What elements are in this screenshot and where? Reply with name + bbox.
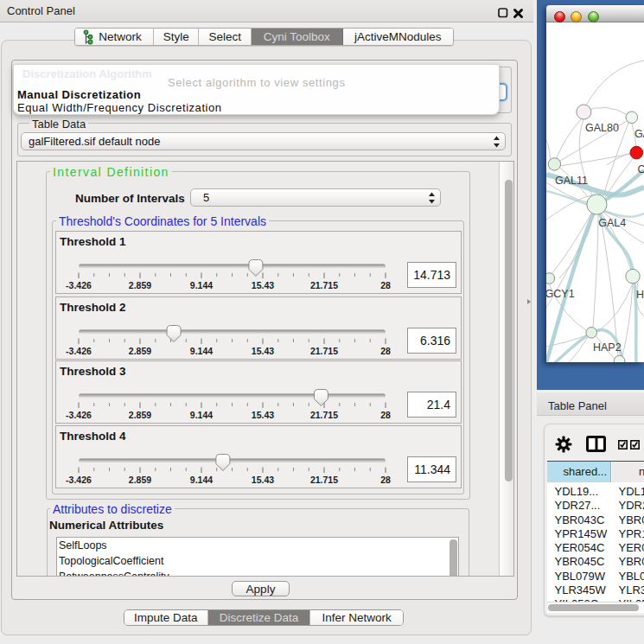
svg-text:9.144: 9.144 [190, 280, 213, 290]
svg-text:-3.426: -3.426 [66, 475, 92, 485]
svg-text:H: H [636, 289, 644, 301]
svg-text:15.43: 15.43 [252, 280, 274, 290]
svg-text:-3.426: -3.426 [66, 280, 92, 290]
svg-text:2.859: 2.859 [129, 475, 151, 485]
svg-text:9.144: 9.144 [190, 345, 213, 355]
svg-text:15.43: 15.43 [252, 475, 274, 485]
svg-text:28: 28 [380, 280, 391, 290]
svg-text:21.715: 21.715 [310, 280, 338, 290]
svg-text:GAL11: GAL11 [555, 175, 588, 187]
svg-text:GAL4: GAL4 [598, 217, 626, 229]
svg-text:9.144: 9.144 [190, 475, 213, 485]
svg-text:2.859: 2.859 [129, 345, 151, 355]
svg-text:GA: GA [634, 128, 644, 140]
svg-text:21.715: 21.715 [310, 345, 338, 355]
svg-text:9.144: 9.144 [190, 410, 213, 420]
svg-text:-3.426: -3.426 [66, 345, 92, 355]
svg-text:2.859: 2.859 [129, 410, 151, 420]
svg-text:-3.426: -3.426 [66, 410, 92, 420]
svg-text:28: 28 [380, 345, 391, 355]
svg-text:GCY1: GCY1 [546, 288, 575, 300]
svg-text:HAP2: HAP2 [593, 341, 622, 354]
svg-text:GAL80: GAL80 [585, 122, 619, 134]
svg-text:28: 28 [380, 410, 391, 420]
svg-text:28: 28 [380, 475, 391, 485]
svg-text:21.715: 21.715 [310, 475, 338, 485]
svg-text:2.859: 2.859 [129, 280, 151, 290]
svg-text:15.43: 15.43 [252, 410, 274, 420]
svg-text:21.715: 21.715 [310, 410, 338, 420]
svg-text:15.43: 15.43 [252, 345, 274, 355]
svg-text:C: C [638, 163, 644, 175]
